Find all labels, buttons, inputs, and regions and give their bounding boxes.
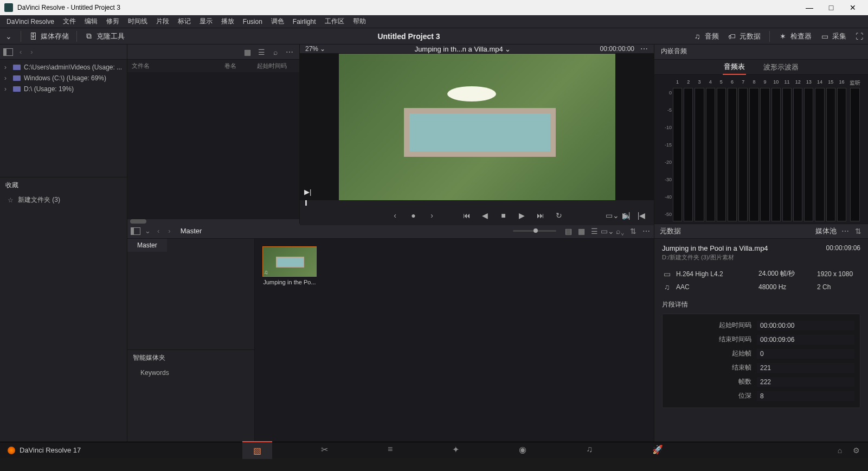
viewer-clip-title[interactable]: Jumping in th...n a Villa.mp4 ⌄ [325,45,600,53]
nav-forward-button[interactable]: › [166,227,172,235]
inspector-button[interactable]: ✶ 检查器 [779,31,812,41]
project-title: Untitled Project 3 [125,32,693,41]
menu-fusion[interactable]: Fusion [239,18,267,26]
capture-button[interactable]: ▭ 采集 [820,31,846,41]
search-icon[interactable]: ⌕ [271,48,280,56]
viewer-scrubber[interactable] [300,200,654,206]
gear-icon[interactable]: ⚙ [852,446,860,455]
loop-icon[interactable]: ↻ [555,211,563,220]
menu-playback[interactable]: 播放 [217,17,239,26]
view-mode-icon[interactable]: ▭⌄ [608,211,616,220]
close-button[interactable]: ✕ [842,3,864,12]
col-name[interactable]: 文件名 [132,62,224,70]
dropdown-icon[interactable]: ⌄ [4,32,13,41]
col-start[interactable]: 起始时间码 [257,62,295,70]
more-icon[interactable]: ⋯ [285,48,294,56]
drive-item[interactable]: › Windows (C:\) (Usage: 69%) [0,73,127,84]
clips-grid[interactable]: ♫ Jumping in the Po... [255,239,654,442]
match-frame-icon[interactable]: ▶| [622,211,631,220]
grid-view-icon[interactable]: ▦ [243,48,252,56]
music-note-icon: ♫ [264,269,268,275]
tab-fusion[interactable]: ✦ [441,441,470,459]
drive-item[interactable]: › D:\ (Usage: 19%) [0,84,127,94]
menu-file[interactable]: 文件 [59,17,80,26]
media-storage-button[interactable]: 🗄 媒体存储 [29,31,69,41]
step-back-icon[interactable]: ◀ [481,211,490,220]
jog-fwd-icon[interactable]: › [428,211,436,220]
home-icon[interactable]: ⌂ [835,446,844,455]
video-fps: 24.000 帧/秒 [758,269,813,278]
goto-start-icon[interactable]: ⏮ [462,211,471,220]
zoom-dropdown[interactable]: 27% ⌄ [305,45,325,53]
jog-dot-icon[interactable]: ● [409,211,418,220]
menu-timeline[interactable]: 时间线 [124,17,152,26]
minimize-button[interactable]: — [799,3,820,12]
media-pool-label[interactable]: 媒体池 [815,226,837,236]
menu-help[interactable]: 帮助 [349,17,370,26]
fullscreen-icon[interactable]: ⛶ [855,32,864,41]
menu-color[interactable]: 调色 [267,17,288,26]
nav-back-button[interactable]: ‹ [155,227,162,235]
detail-row: 位深8 [668,389,854,403]
menu-davinci[interactable]: DaVinci Resolve [2,18,59,26]
tab-deliver[interactable]: 🚀 [641,441,674,459]
clip-thumbnail[interactable]: ♫ Jumping in the Po... [262,246,317,285]
view-mode-icon[interactable]: ▭⌄ [603,227,612,236]
chevron-right-icon: › [4,63,10,71]
bin-master[interactable]: Master [127,239,167,252]
stop-icon[interactable]: ■ [499,211,508,220]
audio-panel-button[interactable]: ♫ 音频 [693,31,719,41]
strip-view-icon[interactable]: ▤ [564,227,573,236]
clone-tool-button[interactable]: ⧉ 克隆工具 [85,31,125,41]
audio-ch: 2 Ch [817,283,860,291]
tab-media[interactable]: ▧ [242,441,272,459]
tab-waveform[interactable]: 波形示波器 [762,60,800,74]
menu-mark[interactable]: 标记 [173,17,195,26]
viewer-timecode[interactable]: 00:00:00:00 [600,45,634,53]
menu-edit[interactable]: 编辑 [80,17,102,26]
tab-meters[interactable]: 音频表 [723,60,746,75]
menu-trim[interactable]: 修剪 [102,17,124,26]
smart-bin-keywords[interactable]: Keywords [127,366,254,380]
metadata-panel-button[interactable]: 🏷 元数据 [728,31,761,41]
favorite-item[interactable]: ☆ 新建文件夹 (3) [0,193,127,207]
nav-forward-button[interactable]: › [28,48,35,56]
chevron-down-icon[interactable]: ⌄ [145,227,151,235]
col-reel[interactable]: 卷名 [224,62,257,70]
clip-duration: 00:00:09:06 [826,244,860,252]
in-out-icon[interactable]: |◀ [637,211,646,220]
maximize-button[interactable]: □ [820,3,842,12]
more-icon[interactable]: ⋯ [642,227,651,236]
play-icon[interactable]: ▶ [518,211,526,220]
tab-color[interactable]: ◉ [508,441,537,459]
tab-edit[interactable]: ≡ [377,441,403,459]
nav-back-button[interactable]: ‹ [17,48,24,56]
panel-toggle-icon[interactable] [131,227,140,235]
thumb-view-icon[interactable]: ▦ [577,227,586,236]
menu-workspace[interactable]: 工作区 [320,17,349,26]
viewer-canvas[interactable]: ▶| [300,54,654,200]
drive-item[interactable]: › C:\Users\admin\Videos (Usage: ... [0,62,127,73]
menu-view[interactable]: 显示 [195,17,217,26]
breadcrumb[interactable]: Master [181,227,202,235]
sort-icon[interactable]: ⇅ [854,227,863,236]
meter-track: 4 [705,79,716,221]
thumb-size-slider[interactable] [513,230,556,232]
tab-cut[interactable]: ✂ [310,441,339,459]
horizontal-scrollbar[interactable] [127,219,299,224]
skip-icon[interactable]: ▶| [304,188,311,196]
more-icon[interactable]: ⋯ [841,227,850,236]
goto-end-icon[interactable]: ⏭ [536,211,545,220]
menu-clip[interactable]: 片段 [152,17,173,26]
list-view-icon[interactable]: ☰ [257,48,266,56]
tab-fairlight[interactable]: ♫ [575,441,603,459]
smart-bins-header: 智能媒体夹 [127,349,254,366]
menu-fairlight[interactable]: Fairlight [288,18,320,26]
meter-track: 14 [814,79,825,221]
more-icon[interactable]: ⋯ [640,44,648,53]
list-view-icon[interactable]: ☰ [590,227,599,236]
jog-back-icon[interactable]: ‹ [391,211,400,220]
sort-icon[interactable]: ⇅ [629,227,638,236]
search-icon[interactable]: ⌕⌄ [616,227,625,236]
panel-toggle-icon[interactable] [3,48,13,56]
